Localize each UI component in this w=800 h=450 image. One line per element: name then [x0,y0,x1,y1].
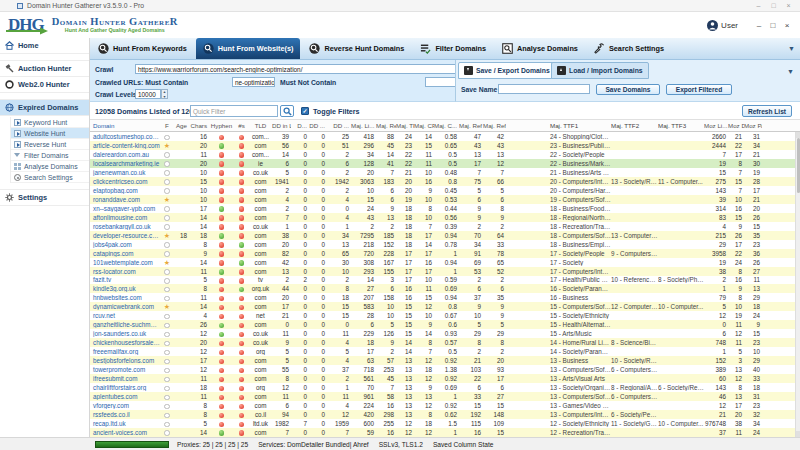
table-row[interactable]: rssfeeds.co.il8co.il9400124202981380.621… [90,410,800,419]
must-contain-input[interactable]: ne-optimization [232,77,275,87]
table-row[interactable]: aftonlimousine.com14com7004431318100.569… [90,213,800,222]
tab-reverse-hunt-domains[interactable]: Reverse Hunt Domains [302,38,411,59]
table-row[interactable]: jon-saunders.co.uk12co.uk110011229126151… [90,329,800,338]
crawl-levels-input[interactable]: 10000 [135,89,161,99]
table-row[interactable]: ronanddave.com★10com400415619100.536619 … [90,195,800,204]
table-row[interactable]: bestjobsforfelons.com17com5004635713120.… [90,356,800,365]
not-favorite-icon[interactable] [164,422,170,428]
table-row[interactable]: vforgery.com8com60042241613120.92151513 … [90,401,800,410]
cell-domain[interactable]: ganzheitliche-suchmaschine.c... [90,321,160,328]
not-favorite-icon[interactable] [164,135,170,141]
not-favorite-icon[interactable] [164,377,170,383]
cell-domain[interactable]: freeemailfax.org [90,348,160,355]
table-row[interactable]: article-content-king.com★20com5600512964… [90,141,800,150]
cell-domain[interactable]: rssfeeds.co.il [90,411,160,418]
quick-filter-input[interactable]: Quick Filter [190,105,278,117]
col-header-dd-in-links[interactable]: DD in Links [272,122,291,129]
search-button[interactable] [280,105,294,117]
col-header-chars[interactable]: Chars [189,122,209,129]
cell-domain[interactable]: aplentubes.com [90,393,160,400]
not-favorite-icon[interactable] [164,314,170,320]
cell-domain[interactable]: recap.ltd.uk [90,420,160,427]
table-row[interactable]: towerpromote.com12com55003771825313181.3… [90,365,800,374]
col-header-maj-links[interactable]: Maj. Li... [351,122,376,129]
cell-domain[interactable]: article-content-king.com [90,142,160,149]
cell-domain[interactable]: kindle3g.org.uk [90,285,160,292]
not-favorite-icon[interactable] [164,341,170,347]
save-name-input[interactable] [498,84,590,94]
cell-domain[interactable]: jon-saunders.co.uk [90,330,160,337]
not-favorite-icon[interactable] [164,386,170,392]
table-row[interactable]: recap.ltd.uk5ltd.uk198270195960025512181… [90,419,800,428]
sidebar-item-search-settings[interactable]: Search Settings [11,172,89,183]
sidebar-item-analyse-domains[interactable]: Analyse Domains [11,161,89,172]
col-header-maj-cf[interactable]: Maj. CF [414,122,434,129]
cell-domain[interactable]: chairliftforstairs.org [90,384,160,391]
sidebar-item-filter-domains[interactable]: Filter Domains [11,150,89,161]
table-row[interactable]: developer-resource.com★1818com3800347295… [90,231,800,240]
table-row[interactable]: jobs4pak.com8com20001321815218140.783433… [90,240,800,249]
sidebar-item-web20-hunter[interactable]: Web2.0 Hunter [0,77,89,93]
col-header-maj-ref[interactable]: Maj. Re... [376,122,396,129]
favorite-star-icon[interactable]: ★ [164,142,170,149]
favorite-star-icon[interactable]: ★ [164,232,170,239]
not-favorite-icon[interactable] [164,188,170,194]
favorite-star-icon[interactable]: ★ [164,196,170,203]
cell-domain[interactable]: dynamicwebrank.com [90,303,160,310]
not-favorite-icon[interactable] [164,179,170,185]
cell-domain[interactable]: clickcentricseo.com [90,178,160,185]
tabbar-caret-icon[interactable]: ▼ [788,45,795,52]
table-row[interactable]: rcuv.net4net210015281015100.6710915 - So… [90,311,800,320]
cell-domain[interactable]: janenewman.co.uk [90,169,160,176]
col-header-d[interactable]: D... [291,122,309,129]
cell-domain[interactable]: rcuv.net [90,312,160,319]
cell-domain[interactable]: fazit.tv [90,276,160,283]
col-header-maj-ttf2[interactable]: Maj. TTF2 [611,122,658,129]
table-row[interactable]: clickcentricseo.com15com1941001942306318… [90,177,800,186]
sidebar-item-keyword-hunt[interactable]: Keyword Hunt [11,117,89,128]
col-header-moz-da[interactable]: Moz DA [728,122,744,129]
not-favorite-icon[interactable] [164,242,170,248]
not-favorite-icon[interactable] [164,170,170,176]
not-favorite-icon[interactable] [164,404,170,410]
table-row[interactable]: rss-locator.com11com13001029315517171535… [90,267,800,276]
col-header-maj-c[interactable]: Maj. C... [434,122,459,129]
table-row[interactable]: aplentubes.com11com110011961581313133271… [90,392,800,401]
cell-domain[interactable]: ifreesubmit.com [90,375,160,382]
col-header-moz-pa[interactable]: Moz PA [744,122,762,129]
cell-domain[interactable]: vforgery.com [90,402,160,409]
cell-domain[interactable]: catapings.com [90,250,160,257]
user-menu[interactable]: User [707,20,738,31]
os-minimize-icon[interactable]: – [751,0,766,11]
col-header-maj-ttf1[interactable]: Maj. TTF1 [506,122,611,129]
sidebar-item-settings[interactable]: Settings [0,189,89,206]
col-header-maj-ttf3[interactable]: Maj. TTF3 [658,122,704,129]
app-maximize-icon[interactable]: □ [766,21,780,30]
cell-domain[interactable]: towerpromote.com [90,366,160,373]
table-row[interactable]: catapings.com9com82006572022817171917817… [90,249,800,258]
table-row[interactable]: kindle3g.org.uk8org.uk4400827616110.6966… [90,284,800,293]
not-favorite-icon[interactable] [164,206,170,212]
col-header-maj-ref-su[interactable]: Maj. Ref Su... [483,122,506,129]
col-header-dd-b[interactable]: DD ... [327,122,351,129]
cell-domain[interactable]: 101webtemplate.com [90,259,160,266]
not-favorite-icon[interactable] [164,251,170,257]
not-favorite-icon[interactable] [164,395,170,401]
table-row[interactable]: ancient-voices.com14com70075916121211615… [90,428,800,437]
not-favorite-icon[interactable] [164,323,170,329]
sidebar-item-expired-domains[interactable]: Expired Domains [0,99,89,116]
cell-domain[interactable]: xn--saygaver-ypb.com [90,205,160,212]
tab-hunt-from-keywords[interactable]: Hunt From Keywords [91,38,194,59]
sidebar-item-auction-hunter[interactable]: Auction Hunter [0,60,89,77]
app-close-icon[interactable]: × [780,21,794,30]
cell-domain[interactable]: rosebankargyll.co.uk [90,223,160,230]
table-row[interactable]: fazit.tv5tv220214317100.592217 - Health/… [90,276,800,285]
scrollbar-thumb[interactable] [797,138,800,193]
cell-domain[interactable]: localsearchmarketing.ie [90,160,160,167]
export-filtered-button[interactable]: Export Filtered [666,84,732,95]
col-header-maj-tf[interactable]: Maj. TF [396,122,414,129]
not-favorite-icon[interactable] [164,269,170,275]
table-row[interactable]: rosebankargyll.co.uk14co.uk1001221870.39… [90,222,800,231]
cell-domain[interactable]: hnbwebsites.com [90,294,160,301]
col-header-favorite[interactable]: F [160,122,174,129]
